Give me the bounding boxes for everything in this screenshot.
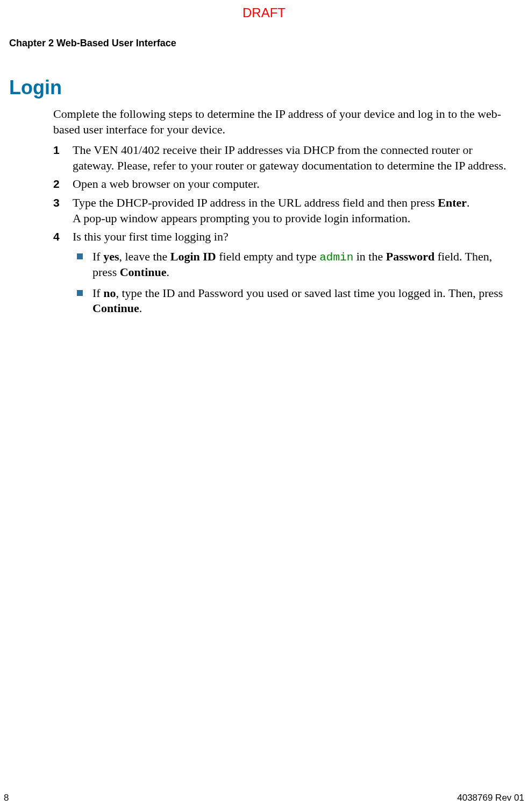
bold-continue: Continue (120, 265, 167, 279)
text-fragment: . (467, 196, 470, 209)
bold-password: Password (386, 250, 434, 263)
step-3: 3 Type the DHCP-provided IP address in t… (53, 195, 512, 226)
chapter-header: Chapter 2 Web-Based User Interface (9, 38, 176, 49)
text-fragment: . (167, 265, 170, 279)
bold-no: no (103, 286, 116, 300)
bullet-text: If no, type the ID and Password you used… (92, 286, 512, 316)
step-4: 4 Is this your first time logging in? If… (53, 229, 512, 322)
text-fragment: , type the ID and Password you used or s… (116, 286, 503, 300)
section-title: Login (9, 76, 523, 99)
step-content: The VEN 401/402 receive their IP address… (73, 143, 512, 173)
text-fragment: , leave the (119, 250, 170, 263)
text-fragment: field empty and type (216, 250, 319, 263)
step-content: Is this your first time logging in? If y… (73, 229, 512, 322)
step-1: 1 The VEN 401/402 receive their IP addre… (53, 143, 512, 173)
bold-login-id: Login ID (170, 250, 216, 263)
sub-bullet-list: If yes, leave the Login ID field empty a… (73, 249, 512, 316)
text-fragment: Type the DHCP-provided IP address in the… (73, 196, 438, 209)
bold-continue: Continue (92, 301, 139, 315)
step-2: 2 Open a web browser on your computer. (53, 176, 512, 192)
main-content: Login Complete the following steps to de… (9, 76, 523, 325)
text-fragment: If (92, 250, 103, 263)
square-bullet-icon (77, 290, 83, 296)
steps-list: 1 The VEN 401/402 receive their IP addre… (53, 143, 512, 322)
bold-yes: yes (103, 250, 119, 263)
step-number: 2 (53, 176, 73, 192)
step-number: 3 (53, 195, 73, 226)
step-question: Is this your first time logging in? (73, 230, 229, 243)
step-number: 1 (53, 143, 73, 173)
text-fragment: If (92, 286, 103, 300)
bullet-no: If no, type the ID and Password you used… (77, 286, 512, 316)
text-fragment: . (139, 301, 142, 315)
text-line: A pop-up window appears prompting you to… (73, 211, 410, 225)
code-admin: admin (319, 251, 353, 264)
step-content: Type the DHCP-provided IP address in the… (73, 195, 512, 226)
page-number: 8 (4, 793, 9, 803)
bullet-yes: If yes, leave the Login ID field empty a… (77, 249, 512, 280)
page-footer: 8 4038769 Rev 01 (4, 793, 524, 803)
document-reference: 4038769 Rev 01 (457, 793, 524, 803)
bold-enter: Enter (438, 196, 467, 209)
step-content: Open a web browser on your computer. (73, 176, 512, 192)
step-number: 4 (53, 229, 73, 322)
draft-watermark: DRAFT (242, 5, 286, 20)
intro-paragraph: Complete the following steps to determin… (53, 107, 512, 137)
body-text-block: Complete the following steps to determin… (53, 107, 512, 322)
square-bullet-icon (77, 253, 83, 259)
text-fragment: in the (353, 250, 386, 263)
bullet-text: If yes, leave the Login ID field empty a… (92, 249, 512, 280)
